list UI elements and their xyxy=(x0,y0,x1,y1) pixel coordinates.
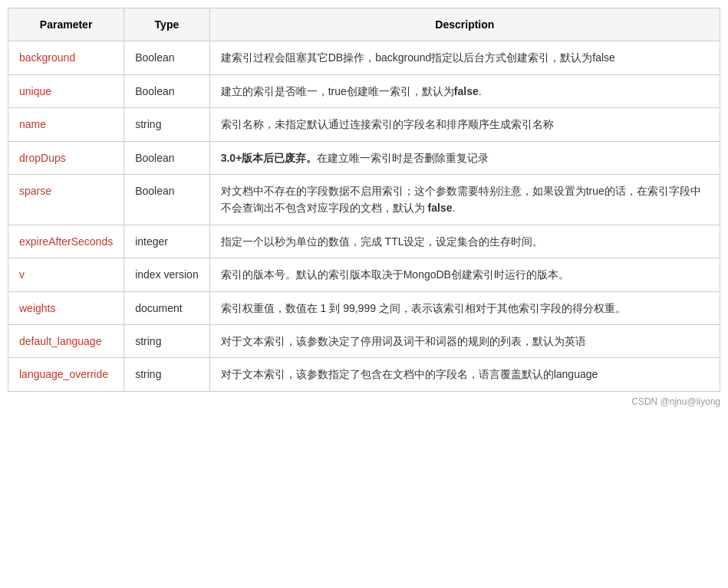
type-cell: index version xyxy=(124,258,210,291)
param-name: v xyxy=(19,268,25,281)
param-cell: dropDups xyxy=(8,141,124,174)
param-name: language_override xyxy=(19,368,108,380)
desc-text: 对文档中不存在的字段数据不启用索引；这个参数需要特别注意，如果设置为true的话… xyxy=(221,185,701,214)
desc-text: 索引权重值，数值在 1 到 99,999 之间，表示该索引相对于其他索引字段的得… xyxy=(221,302,626,314)
desc-cell: 对文档中不存在的字段数据不启用索引；这个参数需要特别注意，如果设置为true的话… xyxy=(209,174,720,225)
param-name: dropDups xyxy=(19,152,66,164)
desc-cell: 对于文本索引，该参数指定了包含在文档中的字段名，语言覆盖默认的language xyxy=(209,358,720,391)
param-cell: v xyxy=(8,258,124,291)
table-row: vindex version索引的版本号。默认的索引版本取决于MongoDB创建… xyxy=(8,258,720,291)
desc-cell: 索引名称，未指定默认通过连接索引的字段名和排序顺序生成索引名称 xyxy=(209,108,720,141)
desc-text: . xyxy=(479,85,482,97)
type-cell: Boolean xyxy=(124,141,210,174)
desc-bold: false xyxy=(454,85,479,97)
desc-text: 指定一个以秒为单位的数值，完成 TTL设定，设定集合的生存时间。 xyxy=(221,235,544,248)
param-name: background xyxy=(19,51,75,64)
param-name: name xyxy=(19,118,46,130)
param-name: default_language xyxy=(19,335,101,347)
desc-cell: 建立的索引是否唯一，true创建唯一索引，默认为false. xyxy=(209,74,720,107)
table-row: weightsdocument索引权重值，数值在 1 到 99,999 之间，表… xyxy=(8,291,720,324)
table-row: language_overridestring对于文本索引，该参数指定了包含在文… xyxy=(8,358,720,391)
desc-cell: 对于文本索引，该参数决定了停用词及词干和词器的规则的列表，默认为英语 xyxy=(209,324,720,357)
type-cell: integer xyxy=(124,225,210,258)
param-cell: weights xyxy=(8,291,124,324)
table-row: namestring索引名称，未指定默认通过连接索引的字段名和排序顺序生成索引名… xyxy=(8,108,720,141)
watermark: CSDN @njnu@liyong xyxy=(8,392,720,407)
type-cell: Boolean xyxy=(124,41,210,74)
param-name: expireAfterSeconds xyxy=(19,235,113,248)
col-header-type: Type xyxy=(124,8,210,41)
param-cell: default_language xyxy=(8,324,124,357)
type-cell: Boolean xyxy=(124,74,210,107)
type-cell: string xyxy=(124,358,210,391)
param-name: sparse xyxy=(19,185,51,197)
table-row: uniqueBoolean建立的索引是否唯一，true创建唯一索引，默认为fal… xyxy=(8,74,720,107)
desc-text: 对于文本索引，该参数决定了停用词及词干和词器的规则的列表，默认为英语 xyxy=(221,335,586,347)
param-cell: name xyxy=(8,108,124,141)
desc-text: 对于文本索引，该参数指定了包含在文档中的字段名，语言覆盖默认的language xyxy=(221,368,598,380)
desc-cell: 建索引过程会阻塞其它DB操作，background指定以后台方式创建索引，默认为… xyxy=(209,41,720,74)
type-cell: document xyxy=(124,291,210,324)
param-cell: sparse xyxy=(8,174,124,225)
param-cell: background xyxy=(8,41,124,74)
col-header-desc: Description xyxy=(209,8,720,41)
param-cell: unique xyxy=(8,74,124,107)
col-header-param: Parameter xyxy=(8,8,124,41)
type-cell: string xyxy=(124,324,210,357)
desc-cell: 索引的版本号。默认的索引版本取决于MongoDB创建索引时运行的版本。 xyxy=(209,258,720,291)
param-cell: expireAfterSeconds xyxy=(8,225,124,258)
param-cell: language_override xyxy=(8,358,124,391)
type-cell: string xyxy=(124,108,210,141)
param-name: unique xyxy=(19,85,51,97)
table-row: sparseBoolean对文档中不存在的字段数据不启用索引；这个参数需要特别注… xyxy=(8,174,720,225)
desc-text: 建索引过程会阻塞其它DB操作，background指定以后台方式创建索引，默认为… xyxy=(221,51,615,64)
table-row: default_languagestring对于文本索引，该参数决定了停用词及词… xyxy=(8,324,720,357)
desc-bold: false xyxy=(428,202,453,214)
table-row: expireAfterSecondsinteger指定一个以秒为单位的数值，完成… xyxy=(8,225,720,258)
table-row: dropDupsBoolean3.0+版本后已废弃。在建立唯一索引时是否删除重复… xyxy=(8,141,720,174)
desc-cell: 指定一个以秒为单位的数值，完成 TTL设定，设定集合的生存时间。 xyxy=(209,225,720,258)
param-name: weights xyxy=(19,302,55,314)
type-cell: Boolean xyxy=(124,174,210,225)
params-table: Parameter Type Description backgroundBoo… xyxy=(8,8,720,392)
desc-cell: 3.0+版本后已废弃。在建立唯一索引时是否删除重复记录 xyxy=(209,141,720,174)
desc-text: 在建立唯一索引时是否删除重复记录 xyxy=(317,152,489,164)
table-row: backgroundBoolean建索引过程会阻塞其它DB操作，backgrou… xyxy=(8,41,720,74)
desc-text: . xyxy=(453,202,456,214)
desc-bold: 3.0+版本后已废弃。 xyxy=(221,152,318,164)
desc-text: 索引名称，未指定默认通过连接索引的字段名和排序顺序生成索引名称 xyxy=(221,118,554,130)
desc-cell: 索引权重值，数值在 1 到 99,999 之间，表示该索引相对于其他索引字段的得… xyxy=(209,291,720,324)
desc-text: 索引的版本号。默认的索引版本取决于MongoDB创建索引时运行的版本。 xyxy=(221,268,569,281)
desc-text: 建立的索引是否唯一，true创建唯一索引，默认为 xyxy=(221,85,454,97)
